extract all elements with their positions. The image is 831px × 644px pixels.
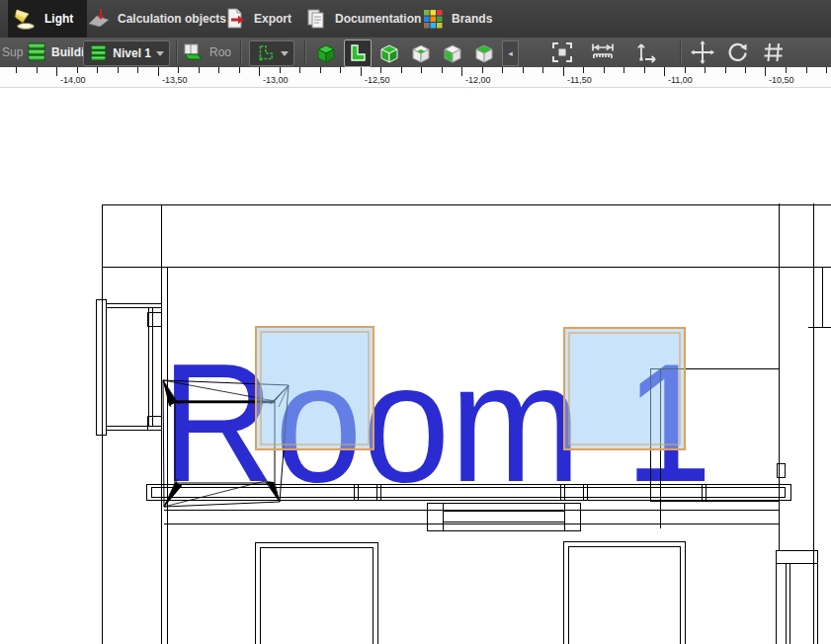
building-button[interactable]: Buildi	[26, 38, 84, 67]
ruler-minor-tick	[218, 67, 219, 73]
ruler-minor-tick	[623, 67, 624, 73]
ruler-minor-tick	[199, 67, 200, 73]
ruler-major-tick	[158, 67, 159, 76]
ruler-minor-tick	[786, 67, 787, 73]
rotate-icon	[725, 40, 751, 65]
ruler-minor-tick	[542, 67, 543, 73]
ruler-minor-tick	[482, 67, 483, 73]
tab-light-label: Light	[44, 12, 73, 26]
ruler-major-tick	[259, 67, 260, 76]
pan-move-icon	[690, 40, 715, 65]
pan-button[interactable]	[690, 38, 715, 67]
lamp-icon	[14, 7, 38, 31]
view-wire-front-button[interactable]	[439, 40, 466, 67]
measure-distance-button[interactable]	[589, 38, 617, 67]
surface-button-label: Sup	[2, 45, 23, 59]
ruler-minor-tick	[725, 67, 726, 73]
floor-plan-canvas[interactable]: Room 1	[0, 0, 831, 644]
room-button[interactable]: Roo	[181, 38, 231, 67]
ruler-minor-tick	[502, 67, 503, 73]
ruler-minor-tick	[178, 67, 179, 73]
room-button-label: Roo	[209, 45, 231, 59]
door-opening-right[interactable]	[563, 541, 685, 644]
calculation-surface[interactable]	[256, 327, 374, 449]
toolbar: Sup Buildi	[0, 38, 831, 67]
toolbar-separator	[176, 40, 178, 64]
ruler-minor-tick	[137, 67, 138, 73]
ruler-minor-tick	[401, 67, 402, 73]
floorplan-select[interactable]	[249, 38, 294, 67]
measure-height-icon	[633, 40, 659, 65]
wire-cube-front-icon	[441, 41, 464, 65]
view-wire-side-button[interactable]	[470, 40, 498, 67]
right-window[interactable]	[776, 550, 817, 644]
view-solid-button[interactable]	[312, 40, 340, 67]
ruler-minor-tick	[340, 67, 341, 73]
ruler-label: -14,00	[60, 75, 86, 85]
chevron-down-icon	[281, 51, 289, 56]
solid-cube-icon	[314, 41, 338, 65]
toolbar-separator	[680, 40, 682, 64]
ruler-label: -13,00	[263, 75, 289, 85]
grid-icon	[761, 40, 787, 65]
ruler-minor-tick	[705, 67, 706, 73]
ruler-minor-tick	[826, 67, 827, 73]
ruler-minor-tick	[239, 67, 240, 73]
ruler-minor-tick	[97, 67, 98, 73]
horizontal-ruler: -14,00-13,50-13,00-12,50-12,00-11,50-11,…	[0, 67, 831, 88]
app-window: Room 1	[0, 0, 831, 644]
measure-height-button[interactable]	[633, 38, 659, 67]
surface-button[interactable]: Sup	[2, 38, 23, 67]
level-select[interactable]: Nivel 1	[83, 38, 170, 67]
tab-export[interactable]: Export	[223, 0, 291, 38]
zoom-fit-button[interactable]	[549, 38, 575, 67]
tab-brands-label: Brands	[452, 12, 492, 26]
shaded-cube-icon	[377, 41, 401, 65]
calculation-surface[interactable]	[564, 328, 685, 449]
rotate-view-button[interactable]	[725, 38, 751, 67]
ruler-label: -12,00	[465, 75, 491, 85]
zoom-fit-icon	[549, 40, 575, 65]
ruler-minor-tick	[16, 67, 17, 73]
toolbar-separator	[304, 40, 306, 64]
left-window[interactable]	[96, 299, 161, 435]
ruler-label: -11,00	[668, 75, 693, 85]
ruler-label: -11,50	[567, 75, 592, 85]
documents-icon	[304, 7, 328, 31]
ruler-major-tick	[56, 67, 57, 76]
grid-toggle-button[interactable]	[761, 38, 787, 67]
ruler-minor-tick	[299, 67, 300, 73]
ruler-major-tick	[563, 67, 564, 76]
collapse-arrow-icon: ◂	[508, 48, 513, 58]
tab-export-label: Export	[254, 12, 291, 26]
ruler-label: -12,50	[365, 75, 390, 85]
tab-calculation-objects[interactable]: Calculation objects	[87, 0, 226, 38]
ruler-minor-tick	[583, 67, 584, 73]
collapse-button[interactable]: ◂	[502, 40, 519, 66]
building-button-label: Buildi	[51, 45, 84, 59]
ruler-minor-tick	[380, 67, 381, 73]
tab-documentation-label: Documentation	[335, 12, 421, 26]
ruler-minor-tick	[806, 67, 807, 73]
wire-cube-floor-icon	[409, 41, 433, 65]
ruler-minor-tick	[421, 67, 422, 73]
ruler-major-tick	[361, 67, 362, 76]
ruler-minor-tick	[37, 67, 38, 73]
tab-brands[interactable]: Brands	[421, 0, 492, 38]
tab-documentation[interactable]: Documentation	[304, 0, 421, 38]
view-wire-floor-button[interactable]	[407, 40, 435, 67]
wire-cube-side-icon	[472, 41, 496, 65]
view-floorplan-button[interactable]	[344, 40, 372, 67]
ruler-minor-tick	[523, 67, 524, 73]
building-stack-icon	[26, 40, 47, 64]
ruler-minor-tick	[320, 67, 321, 73]
ruler-minor-tick	[745, 67, 746, 73]
measure-distance-icon	[589, 40, 617, 65]
view-shaded-cube-button[interactable]	[375, 40, 403, 67]
tab-light[interactable]: Light	[14, 0, 73, 38]
ruler-minor-tick	[118, 67, 119, 73]
door-opening-left[interactable]	[255, 542, 377, 644]
l-outline-icon	[255, 43, 275, 63]
ruler-minor-tick	[442, 67, 443, 73]
menu-bar: Light Calculation objects Export	[0, 0, 831, 39]
